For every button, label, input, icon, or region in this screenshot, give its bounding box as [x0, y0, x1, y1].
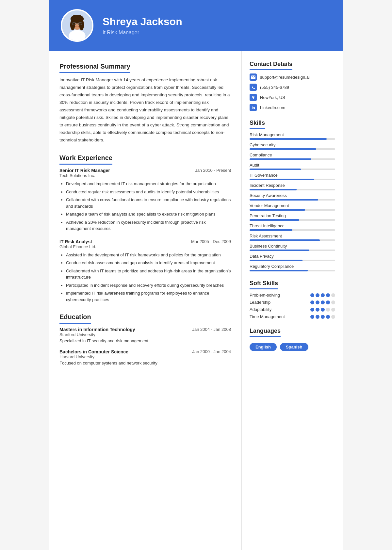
- dot-filled: [326, 315, 330, 319]
- dot-filled: [321, 300, 325, 304]
- dot-filled: [321, 308, 325, 312]
- skill-name: IT Governance: [250, 173, 335, 178]
- skill-bar: [250, 219, 335, 221]
- professional-summary-section: Professional Summary Innovative IT Risk …: [59, 63, 231, 144]
- dot-filled: [321, 293, 325, 297]
- edu-item: Bachelors in Computer Science Jan 2000 -…: [59, 349, 231, 365]
- soft-skill-name: Problem-solving: [250, 293, 280, 298]
- list-item: Collaborated with cross-functional teams…: [66, 197, 231, 209]
- skill-item: Incident Response: [250, 183, 335, 190]
- skill-bar-fill: [250, 138, 327, 140]
- language-tag: Spanish: [280, 343, 308, 351]
- soft-skills-heading: Soft Skills: [250, 280, 278, 289]
- skills-section: Skills Risk Management Cybersecurity Com…: [250, 120, 335, 271]
- skill-bar-fill: [250, 158, 311, 160]
- skill-name: Incident Response: [250, 183, 335, 188]
- job-item: IT Risk Analyst Mar 2005 - Dec 2009 Glob…: [59, 239, 231, 303]
- skills-container: Risk Management Cybersecurity Compliance…: [250, 132, 335, 271]
- dot-filled: [316, 315, 319, 319]
- skill-bar: [250, 209, 335, 211]
- skill-bar-fill: [250, 209, 305, 211]
- location-value: NewYork, US: [260, 95, 285, 100]
- list-item: Developed and implemented IT risk manage…: [66, 181, 231, 187]
- email-icon: [250, 73, 257, 81]
- skill-bar: [250, 260, 335, 261]
- edu-date: Jan 2000 - Jan 2004: [192, 349, 231, 354]
- edu-desc: Focused on computer systems and network …: [59, 361, 231, 365]
- skill-item: Security Awareness: [250, 193, 335, 201]
- right-column: Contact Details support@resumedesign.ai …: [242, 51, 343, 550]
- skill-bar-fill: [250, 199, 318, 201]
- skill-bar: [250, 179, 335, 180]
- skill-name: Audit: [250, 163, 335, 168]
- skill-bar-fill: [250, 250, 309, 251]
- summary-heading: Professional Summary: [59, 63, 130, 73]
- edu-desc: Specialized in IT security and risk mana…: [59, 338, 231, 343]
- soft-skills-section: Soft Skills Problem-solvingLeadershipAda…: [250, 280, 335, 319]
- skill-bar: [250, 189, 335, 190]
- skill-item: Cybersecurity: [250, 142, 335, 150]
- job-date: Jan 2010 - Present: [195, 168, 231, 173]
- skill-item: Risk Management: [250, 132, 335, 140]
- skill-name: Compliance: [250, 153, 335, 157]
- skill-bar: [250, 239, 335, 241]
- skill-item: Regulatory Compliance: [250, 264, 335, 271]
- svg-point-1: [69, 30, 86, 42]
- skill-bar-fill: [250, 229, 292, 231]
- dot-empty: [326, 308, 330, 312]
- phone-value: (555) 345-6789: [260, 85, 289, 90]
- skill-bar-fill: [250, 189, 297, 190]
- skill-bar: [250, 158, 335, 160]
- skill-bar: [250, 229, 335, 231]
- soft-skill-name: Leadership: [250, 300, 270, 305]
- list-item: Conducted regular risk assessments and a…: [66, 189, 231, 195]
- skill-name: Business Continuity: [250, 244, 335, 249]
- dot-filled: [316, 293, 319, 297]
- dots: [310, 300, 335, 304]
- dot-filled: [316, 300, 319, 304]
- skill-bar: [250, 270, 335, 271]
- edu-degree: Masters in Information Technology: [59, 327, 135, 332]
- skill-item: Penetration Testing: [250, 213, 335, 221]
- languages-heading: Languages: [250, 328, 281, 337]
- skill-bar-fill: [250, 219, 299, 221]
- candidate-title: It Risk Manager: [103, 30, 182, 36]
- skill-item: Compliance: [250, 153, 335, 160]
- dot-filled: [310, 315, 314, 319]
- job-bullets: Assisted in the development of IT risk f…: [59, 252, 231, 303]
- list-item: Implemented IT risk awareness training p…: [66, 290, 231, 303]
- soft-skill-item: Leadership: [250, 300, 335, 305]
- languages-section: Languages EnglishSpanish: [250, 328, 335, 351]
- summary-text: Innovative IT Risk Manager with 14 years…: [59, 76, 231, 144]
- skill-bar: [250, 148, 335, 150]
- skill-bar-fill: [250, 260, 302, 261]
- skill-name: Penetration Testing: [250, 213, 335, 218]
- candidate-name: Shreya Jackson: [103, 16, 182, 28]
- dot-empty: [331, 315, 335, 319]
- skill-item: Audit: [250, 163, 335, 170]
- skill-bar-fill: [250, 148, 316, 150]
- skill-bar: [250, 138, 335, 140]
- soft-skill-item: Time Management: [250, 314, 335, 319]
- soft-skills-container: Problem-solvingLeadershipAdaptabilityTim…: [250, 293, 335, 319]
- job-bullets: Developed and implemented IT risk manage…: [59, 181, 231, 232]
- header-info: Shreya Jackson It Risk Manager: [103, 16, 182, 36]
- list-item: Assisted in the development of IT risk f…: [66, 252, 231, 258]
- edu-school: Harvard University: [59, 354, 231, 359]
- jobs-container: Senior IT Risk Manager Jan 2010 - Presen…: [59, 168, 231, 303]
- skill-bar-fill: [250, 179, 314, 180]
- skill-item: Data Privacy: [250, 254, 335, 261]
- dots: [310, 293, 335, 297]
- dot-filled: [310, 300, 314, 304]
- job-date: Mar 2005 - Dec 2009: [191, 239, 231, 244]
- dot-filled: [326, 300, 330, 304]
- education-heading: Education: [59, 313, 91, 324]
- work-experience-heading: Work Experience: [59, 154, 112, 165]
- skill-bar: [250, 250, 335, 251]
- avatar: [61, 9, 93, 42]
- dots: [310, 315, 335, 319]
- contact-section: Contact Details support@resumedesign.ai …: [250, 61, 335, 111]
- soft-skill-name: Time Management: [250, 314, 285, 319]
- job-company: Tech Solutions Inc.: [59, 173, 231, 178]
- location-icon: [250, 94, 257, 101]
